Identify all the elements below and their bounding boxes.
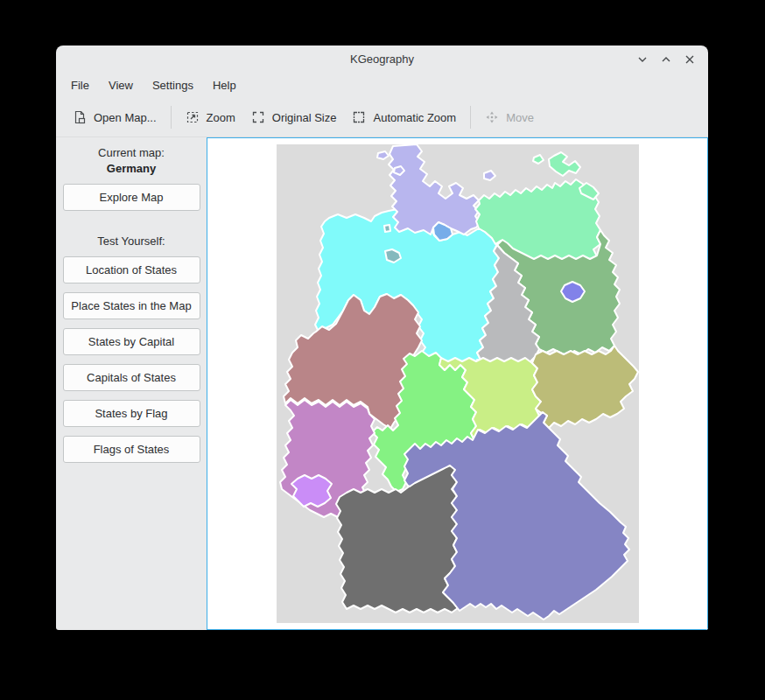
toolbar: Open Map... Zoom Original Size xyxy=(56,98,708,137)
quiz-capitals-of-states-button[interactable]: Capitals of States xyxy=(63,364,200,391)
close-icon[interactable] xyxy=(684,53,696,66)
map-viewport[interactable] xyxy=(207,137,708,630)
original-size-button[interactable]: Original Size xyxy=(243,104,345,130)
zoom-button[interactable]: Zoom xyxy=(178,104,243,130)
current-map-label: Current map: xyxy=(98,146,165,159)
quiz-states-by-flag-button[interactable]: States by Flag xyxy=(63,400,200,427)
original-size-icon xyxy=(251,110,265,124)
menu-bar: File View Settings Help xyxy=(56,73,708,98)
quiz-flags-of-states-button[interactable]: Flags of States xyxy=(63,436,200,463)
quiz-location-of-states-button[interactable]: Location of States xyxy=(63,256,200,284)
menu-settings[interactable]: Settings xyxy=(143,75,203,95)
explore-map-button[interactable]: Explore Map xyxy=(63,184,200,211)
toolbar-separator xyxy=(470,106,471,129)
toolbar-separator xyxy=(171,106,172,129)
kgeography-window: KGeography File View Settings Help xyxy=(56,46,708,630)
sidebar: Current map: Germany Explore Map Test Yo… xyxy=(56,137,207,630)
zoom-label: Zoom xyxy=(207,111,235,124)
original-size-label: Original Size xyxy=(272,111,337,124)
open-map-button[interactable]: Open Map... xyxy=(65,104,165,130)
automatic-zoom-button[interactable]: Automatic Zoom xyxy=(344,104,464,130)
menu-file[interactable]: File xyxy=(61,75,99,95)
menu-help[interactable]: Help xyxy=(203,75,246,95)
window-title: KGeography xyxy=(350,52,414,66)
current-map-value: Germany xyxy=(107,162,156,175)
maximize-icon[interactable] xyxy=(660,53,672,66)
germany-map xyxy=(277,144,639,623)
automatic-zoom-label: Automatic Zoom xyxy=(373,111,456,124)
open-map-icon xyxy=(73,110,87,124)
move-label: Move xyxy=(506,111,534,124)
quiz-states-by-capital-button[interactable]: States by Capital xyxy=(63,328,200,355)
move-button: Move xyxy=(477,104,542,130)
test-yourself-label: Test Yourself: xyxy=(97,234,165,248)
menu-view[interactable]: View xyxy=(99,75,143,95)
state-bremerhaven[interactable] xyxy=(384,225,390,232)
minimize-icon[interactable] xyxy=(636,53,649,66)
move-icon xyxy=(485,110,499,124)
quiz-place-states-button[interactable]: Place States in the Map xyxy=(63,292,200,319)
open-map-label: Open Map... xyxy=(94,111,157,124)
zoom-icon xyxy=(186,110,200,124)
automatic-zoom-icon xyxy=(352,110,366,124)
titlebar[interactable]: KGeography xyxy=(56,46,708,73)
